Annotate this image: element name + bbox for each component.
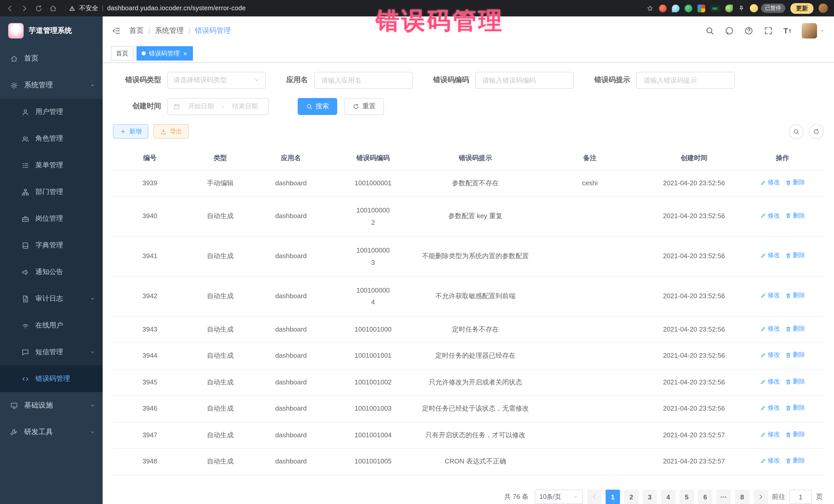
page-button[interactable]: 5: [680, 490, 694, 504]
extension-green-icon[interactable]: [684, 4, 692, 12]
page-button[interactable]: 3: [642, 490, 657, 504]
delete-link[interactable]: 删除: [785, 430, 805, 439]
delete-link[interactable]: 删除: [785, 291, 805, 300]
browser-forward-icon[interactable]: [21, 4, 28, 12]
date-range-picker[interactable]: 开始日期 - 结束日期: [167, 98, 269, 115]
sidebar-item[interactable]: 通知公告: [0, 259, 103, 285]
page-button[interactable]: 6: [698, 490, 712, 504]
delete-link[interactable]: 删除: [785, 351, 805, 360]
error-type-select[interactable]: 请选择错误码类型: [167, 72, 266, 89]
browser-back-icon[interactable]: [6, 4, 14, 12]
error-hint-input[interactable]: [642, 76, 729, 85]
cell-hint: 只有开启状态的任务，才可以修改: [418, 422, 533, 448]
edit-link[interactable]: 修改: [760, 178, 780, 187]
delete-link[interactable]: 删除: [785, 324, 805, 333]
page-button[interactable]: 4: [661, 490, 675, 504]
cell-created: 2021-04-20 23:52:56: [647, 277, 741, 316]
cell-hint: 定时任务不存在: [418, 316, 533, 343]
edit-link[interactable]: 修改: [760, 251, 780, 260]
emoji-extension-icon[interactable]: [750, 4, 758, 12]
delete-link[interactable]: 删除: [785, 178, 805, 187]
sidebar-item[interactable]: 角色管理: [0, 125, 103, 152]
export-button[interactable]: 导出: [153, 125, 189, 139]
delete-icon: [785, 458, 791, 464]
next-page-button[interactable]: [753, 490, 768, 504]
delete-link[interactable]: 删除: [785, 211, 805, 220]
sidebar-item[interactable]: 错误码管理: [0, 366, 103, 392]
sidebar-item[interactable]: 部门管理: [0, 179, 103, 205]
delete-link[interactable]: 删除: [785, 251, 805, 260]
edit-link[interactable]: 修改: [760, 351, 780, 360]
sidebar-item[interactable]: 岗位管理: [0, 205, 103, 232]
view-tag[interactable]: 首页: [111, 46, 133, 61]
error-code-input[interactable]: [481, 76, 568, 85]
goto-page-input[interactable]: [789, 490, 812, 504]
sidebar-item[interactable]: 在线用户: [0, 312, 103, 339]
font-size-icon[interactable]: TT: [784, 27, 791, 35]
extension-drop-icon[interactable]: [672, 4, 679, 12]
browser-profile-avatar[interactable]: [819, 4, 828, 13]
extension-grid-icon[interactable]: [697, 4, 705, 12]
header-search-icon[interactable]: [705, 26, 715, 35]
view-tag[interactable]: 错误码管理×: [136, 46, 193, 61]
cell-app: dashboard: [254, 170, 328, 197]
browser-reload-icon[interactable]: [35, 4, 43, 12]
edit-link[interactable]: 修改: [760, 291, 780, 300]
sidebar-item[interactable]: 基础设施: [0, 392, 103, 419]
fullscreen-icon[interactable]: [764, 26, 773, 35]
filter-label-hint: 错误码提示: [594, 76, 630, 85]
breadcrumb-item[interactable]: 首页: [129, 26, 144, 35]
chrome-update-button[interactable]: 更新: [790, 3, 813, 14]
paused-badge: 已暂停: [761, 4, 785, 13]
refresh-table-button[interactable]: [809, 124, 824, 139]
cell-type: 自动生成: [187, 396, 254, 422]
sidebar-item[interactable]: 审计日志: [0, 285, 103, 312]
prev-page-button[interactable]: [587, 490, 601, 504]
sidebar-item[interactable]: 短信管理: [0, 339, 103, 366]
app-name-input[interactable]: [320, 76, 407, 85]
bookmark-star-icon[interactable]: [646, 4, 654, 12]
edit-icon: [760, 378, 766, 385]
sidebar-item[interactable]: 研发工具: [0, 419, 103, 445]
edit-link[interactable]: 修改: [760, 404, 780, 413]
edit-link[interactable]: 修改: [760, 211, 780, 220]
edit-link[interactable]: 修改: [760, 457, 780, 465]
github-icon[interactable]: [725, 26, 734, 35]
extension-red-icon[interactable]: [659, 4, 666, 12]
page-button[interactable]: 1: [606, 490, 620, 504]
user-menu[interactable]: [802, 23, 825, 38]
chevron-down-icon: [572, 494, 578, 500]
browser-home-icon[interactable]: [49, 4, 57, 12]
add-button[interactable]: 新增: [113, 125, 148, 139]
page-ellipsis[interactable]: ···: [717, 490, 731, 504]
page-button[interactable]: 8: [735, 490, 749, 504]
edit-link[interactable]: 修改: [760, 324, 780, 333]
delete-link[interactable]: 删除: [785, 404, 805, 413]
close-tab-icon[interactable]: ×: [183, 50, 188, 57]
delete-link[interactable]: 删除: [785, 377, 805, 386]
docs-help-icon[interactable]: [744, 26, 754, 35]
sidebar-item[interactable]: 字典管理: [0, 232, 103, 259]
edit-link[interactable]: 修改: [760, 430, 780, 439]
reset-button[interactable]: 重置: [344, 98, 384, 115]
hamburger-icon[interactable]: [112, 26, 121, 35]
pin-extension-icon[interactable]: [738, 5, 744, 12]
search-button[interactable]: 搜索: [298, 98, 337, 115]
extension-on-icon[interactable]: on: [710, 5, 720, 12]
sidebar-item[interactable]: 系统管理: [0, 72, 103, 98]
breadcrumb-item[interactable]: 系统管理: [155, 26, 184, 35]
app-logo[interactable]: 芋道管理系统: [0, 17, 103, 45]
delete-link[interactable]: 删除: [785, 457, 805, 465]
page-button[interactable]: 2: [624, 490, 638, 504]
edit-link[interactable]: 修改: [760, 377, 780, 386]
cell-actions: 修改删除: [741, 170, 824, 197]
extension-leaf-icon[interactable]: [725, 4, 733, 12]
edit-icon: [760, 458, 766, 464]
toggle-search-button[interactable]: [789, 124, 804, 139]
address-bar[interactable]: 不安全 | dashboard.yudao.iocoder.cn/system/…: [69, 4, 246, 13]
sidebar-item[interactable]: 首页: [0, 45, 103, 72]
page-size-select[interactable]: 10条/页: [535, 490, 583, 504]
sidebar-item[interactable]: 用户管理: [0, 98, 103, 125]
sidebar-item[interactable]: 菜单管理: [0, 152, 103, 179]
table-row: 3942自动生成dashboard1001000004不允许获取敏感配置到前端2…: [113, 277, 824, 316]
